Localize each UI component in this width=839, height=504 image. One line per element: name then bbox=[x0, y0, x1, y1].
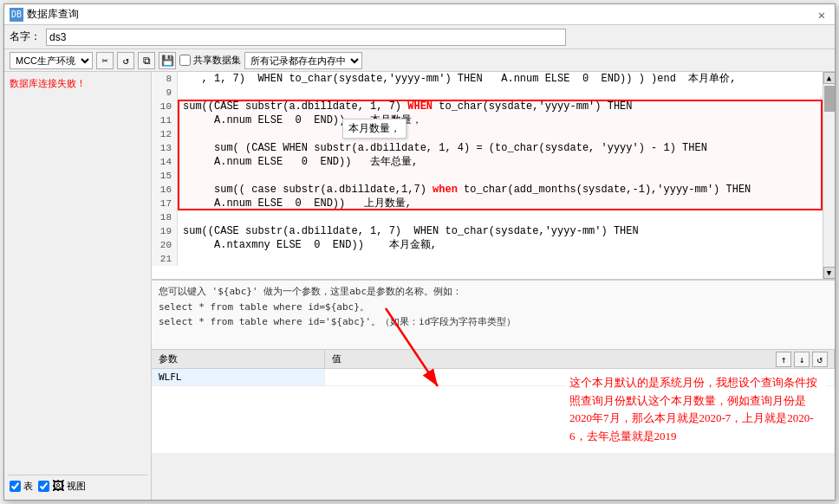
code-editor[interactable]: 8 , 1, 7) WHEN to_char(sysdate,'yyyy-mm'… bbox=[152, 72, 835, 280]
code-line: 8 , 1, 7) WHEN to_char(sysdate,'yyyy-mm'… bbox=[152, 72, 835, 86]
shared-checkbox-label[interactable]: 共享数据集 bbox=[179, 54, 241, 67]
line-content: sum((CASE substr(a.dbilldate, 1, 7) WHEN… bbox=[178, 224, 835, 238]
window-icon: DB bbox=[10, 8, 23, 22]
sidebar-bottom: 表 🖼 视图 bbox=[8, 475, 147, 496]
line-number: 12 bbox=[152, 127, 178, 141]
line-content bbox=[178, 86, 835, 100]
code-line: 12 bbox=[152, 127, 835, 141]
param-up-btn[interactable]: ↑ bbox=[776, 352, 791, 367]
name-toolbar: 名字： bbox=[4, 25, 835, 49]
line-number: 10 bbox=[152, 100, 178, 113]
param-down-btn[interactable]: ↓ bbox=[794, 352, 810, 367]
code-line: 17 A.nnum ELSE 0 END)) 上月数量, bbox=[152, 197, 835, 210]
scroll-up[interactable]: ▲ bbox=[823, 72, 836, 84]
connection-error: 数据库连接失败！ bbox=[8, 75, 147, 92]
scroll-thumb[interactable] bbox=[824, 86, 835, 112]
hint-line1: 您可以键入 '${abc}' 做为一个参数，这里abc是参数的名称。例如： bbox=[159, 284, 828, 300]
line-number: 8 bbox=[152, 72, 178, 86]
code-lines: 8 , 1, 7) WHEN to_char(sysdate,'yyyy-mm'… bbox=[152, 72, 835, 266]
code-line: 16 sum(( case substr(a.dbilldate,1,7) wh… bbox=[152, 183, 835, 197]
copy-button[interactable]: ⧉ bbox=[138, 52, 155, 69]
line-number: 11 bbox=[152, 113, 178, 127]
memory-select[interactable]: 所有记录都存在内存中 bbox=[244, 52, 362, 69]
shared-label: 共享数据集 bbox=[193, 54, 241, 67]
code-line: 20 A.ntaxmny ELSE 0 END)) 本月金额, bbox=[152, 238, 835, 252]
line-content bbox=[178, 169, 835, 183]
param-panel: 参数 值 ↑ ↓ ↺ WLFL bbox=[152, 349, 835, 453]
cut-button[interactable]: ✂ bbox=[96, 52, 114, 69]
callout-text: 本月数量， bbox=[348, 122, 400, 134]
param-refresh-btn[interactable]: ↺ bbox=[812, 352, 828, 367]
table-checkbox-label[interactable]: 表 bbox=[10, 480, 33, 493]
env-select[interactable]: MCC生产环境 bbox=[10, 52, 93, 69]
table-label: 表 bbox=[23, 480, 33, 493]
code-line: 14 A.nnum ELSE 0 END)) 去年总量, bbox=[152, 155, 835, 169]
code-line: 19 sum((CASE substr(a.dbilldate, 1, 7) W… bbox=[152, 224, 835, 238]
line-content bbox=[178, 252, 835, 266]
line-number: 9 bbox=[152, 86, 178, 100]
line-number: 19 bbox=[152, 224, 178, 238]
code-line: 11 A.nnum ELSE 0 END)) 本月数量， bbox=[152, 113, 835, 127]
second-toolbar: MCC生产环境 ✂ ↺ ⧉ 💾 共享数据集 所有记录都存在内存中 bbox=[4, 49, 835, 72]
title-bar: DB 数据库查询 ✕ bbox=[4, 4, 835, 25]
sidebar: 数据库连接失败！ 表 🖼 视图 bbox=[4, 72, 152, 500]
line-content: sum((CASE substr(a.dbilldate, 1, 7) WHEN… bbox=[178, 100, 835, 113]
line-number: 17 bbox=[152, 197, 178, 210]
name-label: 名字： bbox=[10, 29, 41, 44]
line-content: , 1, 7) WHEN to_char(sysdate,'yyyy-mm') … bbox=[178, 72, 835, 86]
code-line: 9 bbox=[152, 86, 835, 100]
name-input[interactable] bbox=[46, 29, 566, 46]
line-content bbox=[178, 127, 835, 141]
line-number: 14 bbox=[152, 155, 178, 169]
arrow-svg bbox=[368, 300, 542, 404]
window-title: 数据库查询 bbox=[27, 7, 79, 22]
line-number: 13 bbox=[152, 141, 178, 155]
line-number: 20 bbox=[152, 238, 178, 252]
line-content: sum(( case substr(a.dbilldate,1,7) when … bbox=[178, 183, 835, 197]
shared-checkbox[interactable] bbox=[179, 55, 191, 66]
code-line: 15 bbox=[152, 169, 835, 183]
code-line: 18 bbox=[152, 210, 835, 224]
save-button[interactable]: 💾 bbox=[159, 52, 176, 69]
line-number: 21 bbox=[152, 252, 178, 266]
code-line: 10 sum((CASE substr(a.dbilldate, 1, 7) W… bbox=[152, 100, 835, 113]
editor-area: 8 , 1, 7) WHEN to_char(sysdate,'yyyy-mm'… bbox=[152, 72, 835, 500]
code-line: 13 sum( (CASE WHEN substr(a.dbilldate, 1… bbox=[152, 141, 835, 155]
title-bar-left: DB 数据库查询 bbox=[10, 7, 79, 22]
line-number: 16 bbox=[152, 183, 178, 197]
line-content: A.nnum ELSE 0 END)) 上月数量, bbox=[178, 197, 835, 210]
line-content bbox=[178, 210, 835, 224]
view-checkbox-label[interactable]: 🖼 视图 bbox=[38, 479, 86, 493]
main-content: 数据库连接失败！ 表 🖼 视图 bbox=[4, 72, 835, 500]
view-label: 视图 bbox=[67, 480, 86, 493]
view-checkbox[interactable] bbox=[38, 481, 49, 492]
line-number: 18 bbox=[152, 210, 178, 224]
callout-box: 本月数量， bbox=[342, 119, 406, 139]
line-content: A.ntaxmny ELSE 0 END)) 本月金额, bbox=[178, 238, 835, 252]
line-number: 15 bbox=[152, 169, 178, 183]
main-window: DB 数据库查询 ✕ 名字： MCC生产环境 ✂ ↺ ⧉ 💾 共享数据集 所有记… bbox=[3, 3, 836, 501]
svg-line-1 bbox=[386, 308, 438, 386]
close-button[interactable]: ✕ bbox=[814, 7, 829, 23]
refresh-button[interactable]: ↺ bbox=[117, 52, 134, 69]
code-line: 21 bbox=[152, 252, 835, 266]
line-content: sum( (CASE WHEN substr(a.dbilldate, 1, 4… bbox=[178, 141, 835, 155]
scroll-down[interactable]: ▼ bbox=[823, 267, 836, 279]
scrollbar[interactable]: ▲ ▼ bbox=[823, 72, 835, 279]
table-checkbox[interactable] bbox=[10, 481, 21, 492]
param-col1-header: 参数 bbox=[152, 350, 325, 368]
line-content: A.nnum ELSE 0 END)) 去年总量, bbox=[178, 155, 835, 169]
param-cell-name: WLFL bbox=[152, 369, 325, 385]
line-content: A.nnum ELSE 0 END)) 本月数量， bbox=[178, 113, 835, 127]
annotation-text: 这个本月默认的是系统月份，我想设个查询条件按照查询月份默认这个本月数量，例如查询… bbox=[566, 371, 826, 449]
